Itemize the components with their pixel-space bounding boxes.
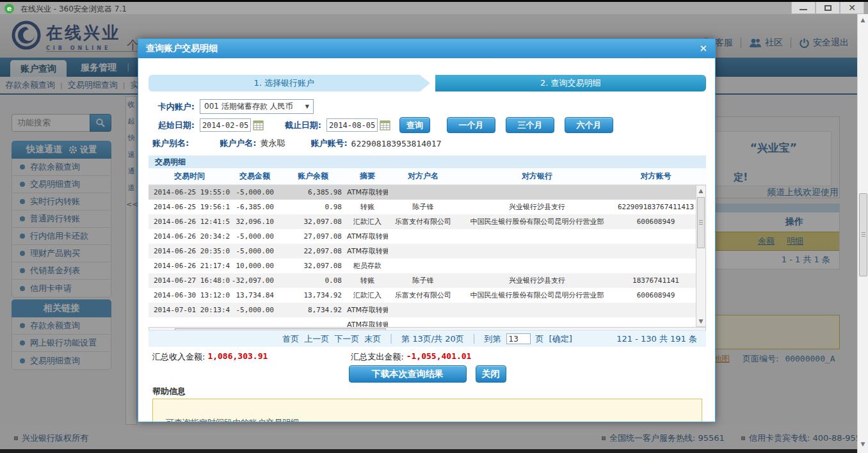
end-date-input[interactable]: [326, 118, 378, 132]
dialog-title: 查询账户交易明细: [146, 43, 218, 54]
table-cell: 2014-06-25 19:55:06: [149, 188, 230, 196]
one-month-button[interactable]: 一个月: [447, 117, 495, 133]
table-cell: 2014-06-30 13:12:08: [149, 291, 230, 299]
step-1-select-account: 1. 选择银行账户: [149, 75, 420, 91]
table-cell: 18376741141: [616, 276, 696, 285]
prev-page-link[interactable]: 上一页: [304, 333, 329, 345]
table-cell: 0.08: [279, 276, 347, 285]
table-scrollbar-thumb[interactable]: [697, 197, 705, 248]
col-party: 对方户名: [388, 168, 458, 184]
table-cell: 2014-06-26 20:35:01: [149, 247, 230, 255]
account-select-row: 卡内账户: 001 活期储蓄存款 人民币 ▼: [149, 99, 314, 114]
browser-titlebar: e 在线兴业 - 360安全浏览器 7.1 ✕: [0, 0, 868, 14]
col-summary: 摘要: [347, 168, 388, 184]
wizard-steps: 1. 选择银行账户 2. 查询交易明细: [149, 75, 706, 91]
scrollbar-thumb[interactable]: [859, 193, 867, 276]
table-cell: 转账: [347, 276, 388, 285]
table-vertical-scrollbar[interactable]: ▲ ▼: [696, 185, 706, 327]
download-results-button[interactable]: 下载本次查询结果: [349, 365, 467, 383]
table-row-7[interactable]: 2014-06-27 16:48:01-32,097.000.08转账陈子锋兴业…: [149, 273, 696, 288]
window-controls: ✕: [791, 2, 864, 14]
minimize-button[interactable]: [791, 2, 816, 14]
scroll-up-icon[interactable]: ▲: [697, 187, 705, 195]
table-cell: 2014-06-26 21:17:47: [149, 262, 230, 270]
table-cell: 32,097.08: [279, 262, 347, 270]
pagination-bar: 首页 上一页 下一页 末页 │ 第 13页/共 20页 │ 到第 页 [确定] …: [149, 330, 706, 347]
table-cell: -5,000.00: [230, 306, 279, 314]
browser-360-icon: e: [4, 4, 14, 13]
calendar-icon[interactable]: [253, 120, 264, 131]
first-page-link[interactable]: 首页: [282, 333, 299, 345]
account-select-value: 001 活期储蓄存款 人民币: [204, 101, 293, 112]
table-row-6[interactable]: 2014-06-26 21:17:4710,000.0032,097.08柜员存…: [149, 258, 696, 273]
table-cell: 22,097.08: [279, 247, 347, 255]
income-label: 汇总收入金额:: [152, 351, 205, 363]
dialog-close-button[interactable]: ✕: [699, 43, 707, 54]
table-row-1[interactable]: 2014-06-25 19:55:06-5,000.006,385.98ATM存…: [149, 185, 696, 200]
transactions-table: 交易明细 交易时间 交易金额 账户余额 摘要 对方户名 对方银行 对方账号 20…: [149, 155, 706, 337]
browser-title: 在线兴业 - 360安全浏览器 7.1: [20, 4, 127, 15]
end-date-label: 截止日期:: [280, 120, 321, 131]
table-row-9[interactable]: 2014-07-01 20:13:41-5,000.008,734.92ATM存…: [149, 303, 696, 317]
calendar-icon[interactable]: [380, 120, 390, 131]
table-cell: 10,000.00: [230, 262, 279, 270]
table-cell: 陈子锋: [388, 276, 458, 285]
table-cell: 汇款汇入: [347, 290, 388, 300]
step-arrow-icon: [420, 75, 435, 91]
scroll-up-icon[interactable]: ▲: [859, 16, 867, 24]
table-cell: 柜员存款: [347, 261, 388, 271]
holder-name-label: 账户户名:: [220, 138, 256, 149]
table-cell: 陈子锋: [388, 202, 458, 212]
help-text: 可查询指定时间段内的账户交易明细。: [166, 417, 702, 422]
col-balance: 账户余额: [279, 168, 347, 184]
table-cell: ATM存取转账: [347, 232, 388, 241]
table-cell: 乐富支付有限公司: [388, 217, 458, 226]
table-row-5[interactable]: 2014-06-26 20:35:01-5,000.0022,097.08ATM…: [149, 244, 696, 258]
table-cell: 转账: [347, 202, 388, 212]
three-month-button[interactable]: 三个月: [506, 117, 554, 133]
goto-prefix: 到第: [485, 333, 501, 345]
table-cell: 汇款汇入: [347, 217, 388, 226]
query-button[interactable]: 查询: [399, 117, 430, 133]
account-number-label: 账户账号:: [310, 138, 347, 149]
account-info-row: 账户别名: 账户户名: 黄永聪 账户账号: 622908183953814017: [149, 138, 442, 149]
table-cell: 32,097.08: [279, 218, 347, 226]
start-date-label: 起始日期:: [149, 120, 195, 131]
transaction-query-dialog: 查询账户交易明细 ✕ 1. 选择银行账户 2. 查询交易明细 卡内账户: 001…: [138, 38, 716, 422]
col-account: 对方账号: [616, 168, 696, 184]
table-row-4[interactable]: 2014-06-26 20:34:29-5,000.0027,097.08ATM…: [149, 229, 696, 244]
table-section-title: 交易明细: [149, 155, 706, 168]
table-cell: 32,096.10: [230, 218, 279, 226]
col-bank: 对方银行: [458, 168, 616, 184]
scroll-down-icon[interactable]: ▼: [697, 317, 705, 325]
page-info: 第 13页/共 20页: [401, 333, 464, 345]
six-month-button[interactable]: 六个月: [565, 117, 613, 133]
maximize-icon: [824, 5, 832, 11]
table-cell: ATM存取转账: [347, 246, 388, 256]
table-cell: ATM存取转账: [347, 320, 388, 327]
table-cell: 中国民生银行股份有限公司昆明分行营业部: [458, 290, 616, 300]
close-window-button[interactable]: ✕: [840, 2, 864, 14]
goto-confirm-link[interactable]: [确定]: [549, 333, 572, 345]
help-box: 可查询指定时间段内的账户交易明细。: [152, 399, 702, 422]
close-icon: ✕: [848, 4, 856, 11]
browser-scrollbar[interactable]: ▲ ▼: [857, 14, 868, 453]
result-range-info: 121 - 130 共 191 条: [616, 333, 697, 345]
maximize-button[interactable]: [816, 2, 840, 14]
table-row-8[interactable]: 2014-06-30 13:12:0813,734.8413,734.92汇款汇…: [149, 288, 696, 303]
scroll-down-icon[interactable]: ▼: [859, 440, 867, 448]
account-select[interactable]: 001 活期储蓄存款 人民币 ▼: [200, 99, 314, 114]
start-date-input[interactable]: [200, 118, 251, 132]
table-cell: ATM存取转账: [347, 305, 388, 315]
last-page-link[interactable]: 末页: [364, 333, 381, 345]
table-row-2[interactable]: 2014-06-25 19:56:16-6,385.000.98转账陈子锋兴业银…: [149, 200, 696, 214]
dialog-actions: 下载本次查询结果 关闭: [138, 365, 716, 383]
table-row-10[interactable]: ATM存取转账: [149, 317, 696, 327]
goto-page-input[interactable]: [506, 333, 531, 344]
close-dialog-button[interactable]: 关闭: [476, 365, 506, 383]
income-value: 1,086,303.91: [207, 351, 268, 363]
table-cell: 0.98: [279, 203, 347, 211]
table-row-3[interactable]: 2014-06-26 12:41:5732,096.1032,097.08汇款汇…: [149, 214, 696, 229]
table-cell: 622909183767411413: [616, 203, 696, 211]
next-page-link[interactable]: 下一页: [334, 333, 359, 345]
